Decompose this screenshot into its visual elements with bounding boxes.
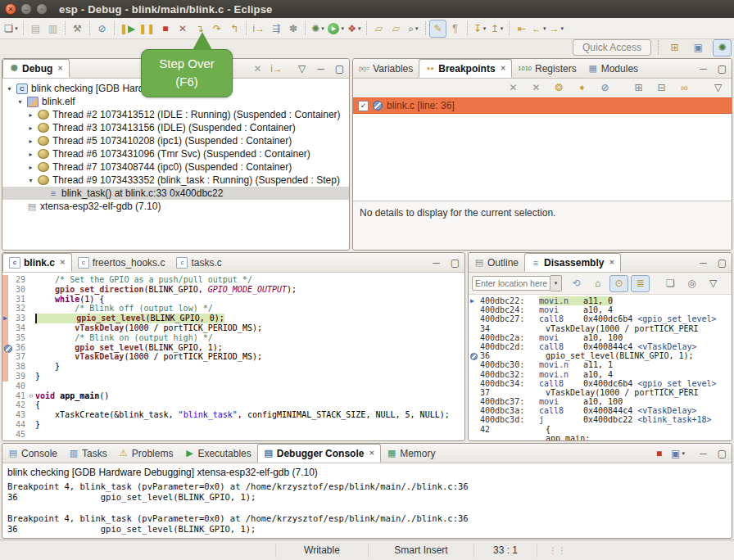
disassembly-row[interactable]: 400dbc37:movia10, 100 — [469, 397, 732, 406]
tab-problems[interactable]: ⚠Problems — [113, 444, 179, 463]
run-button[interactable]: ▶▾ — [326, 20, 346, 38]
show-whitespace-button[interactable]: ¶ — [446, 20, 464, 38]
tab-registers[interactable]: 1010Registers — [512, 59, 582, 78]
close-tab-icon[interactable]: ✕ — [609, 259, 614, 266]
expander-icon[interactable]: ▾ — [27, 177, 34, 184]
pin-view-icon[interactable]: ◎ — [682, 275, 701, 292]
expander-icon[interactable]: ▾ — [6, 85, 13, 93]
open-type-button[interactable]: ▱ — [370, 20, 387, 38]
fold-marker-icon[interactable]: ⊖ — [27, 391, 35, 401]
save-all-button[interactable]: ▥ — [44, 20, 61, 38]
editor-gutter[interactable]: 38 — [2, 362, 35, 372]
maximize-icon[interactable]: ▢ — [330, 60, 349, 77]
minimize-icon[interactable]: ─ — [694, 254, 713, 271]
tab-debug[interactable]: ✺Debug✕ — [2, 59, 70, 78]
debug-tree-item[interactable]: ▸Thread #6 1073431096 (Tmr Svc) (Suspend… — [2, 147, 349, 160]
disassembly-row[interactable]: 400dbc2d:call80x400844c4 <vTaskDelay> — [469, 342, 732, 351]
terminate-button[interactable]: ■ — [156, 20, 174, 38]
remove-all-breakpoints-icon[interactable]: ✕ — [527, 79, 546, 97]
editor-gutter[interactable]: 43 — [2, 410, 35, 420]
code-line[interactable]: 31 while(1) { — [2, 295, 464, 305]
editor-gutter[interactable]: 39 — [2, 372, 35, 382]
maximize-icon[interactable]: ▢ — [713, 254, 732, 271]
build-button[interactable]: ⚒ — [69, 20, 86, 38]
tab-variables[interactable]: (x)=Variables — [353, 59, 419, 78]
minimize-icon[interactable]: ─ — [694, 445, 713, 462]
close-tab-icon[interactable]: ✕ — [501, 65, 506, 72]
skip-all-breakpoints-icon[interactable]: ⊘ — [596, 79, 614, 97]
home-icon[interactable]: ⌂ — [588, 275, 607, 292]
code-line[interactable]: 35 /* Blink on (output high) */ — [2, 333, 464, 343]
instruction-stepping-button[interactable]: i→ — [250, 20, 267, 38]
location-dropdown-icon[interactable]: ▾ — [550, 275, 562, 291]
debug-tree-item[interactable]: ▸Thread #3 1073413156 (IDLE) (Suspended … — [2, 121, 349, 134]
disassembly-row[interactable]: 400dbc27:call80x400dc6b4 <gpio_set_level… — [469, 314, 732, 323]
step-return-button[interactable]: ↰ — [225, 20, 242, 38]
minimize-icon[interactable]: ─ — [427, 254, 446, 271]
code-line[interactable]: 32 /* Blink off (output low) */ — [2, 304, 464, 314]
show-source-icon[interactable]: ≣ — [631, 275, 650, 292]
expander-icon[interactable]: ▸ — [27, 111, 34, 119]
editor-gutter[interactable]: 30 — [2, 285, 35, 295]
close-tab-icon[interactable]: ✕ — [369, 449, 374, 457]
debug-tree-item[interactable]: ▤xtensa-esp32-elf-gdb (7.10) — [2, 200, 349, 213]
link-with-debug-view-icon[interactable]: ∞ — [675, 79, 694, 97]
code-line[interactable]: 41⊖void app_main() — [2, 391, 464, 401]
next-annotation-button[interactable]: ↧▾ — [471, 20, 488, 38]
view-menu-icon[interactable]: ▽ — [704, 275, 723, 292]
breakpoint-row[interactable]: ✓ blink.c [line: 36] — [353, 97, 732, 114]
tab-tasks[interactable]: ▥Tasks — [63, 444, 113, 463]
breakpoint-marker-icon[interactable] — [4, 345, 12, 353]
previous-annotation-button[interactable]: ↥▾ — [488, 20, 505, 38]
code-line[interactable]: 39} — [2, 372, 464, 382]
editor-gutter[interactable]: 33 — [2, 314, 35, 323]
external-tools-button[interactable]: ❖▾ — [346, 20, 363, 38]
tab-tasks-c[interactable]: ctasks.c — [170, 253, 227, 272]
disconnect-button[interactable]: ✕ — [174, 20, 191, 38]
disassembly-row[interactable]: 42{ — [469, 425, 732, 434]
remove-selected-breakpoints-icon[interactable]: ✕ — [504, 79, 523, 97]
refresh-icon[interactable]: ⟲ — [567, 275, 586, 292]
editor-gutter[interactable]: 34 — [2, 323, 35, 333]
expander-icon[interactable]: ▸ — [27, 138, 34, 145]
debug-button[interactable]: ✺▾ — [309, 20, 326, 38]
close-button[interactable]: ✕ — [5, 3, 16, 15]
back-button[interactable]: ←▾ — [530, 20, 548, 38]
disassembly-row[interactable]: ▶400dbc22:movi.na11, 0 — [469, 296, 732, 305]
remove-all-terminated-icon[interactable]: ✕ — [248, 60, 267, 77]
disassembly-row[interactable]: 400dbc30:movi.na11, 1 — [469, 360, 732, 369]
code-editor[interactable]: 29 /* Set the GPIO as a push/pull output… — [2, 273, 464, 440]
editor-gutter[interactable]: 42 — [2, 400, 35, 410]
display-selected-console-icon[interactable]: ▣▾ — [668, 445, 687, 462]
tab-memory[interactable]: ▦Memory — [381, 444, 441, 463]
tab-debugger-console[interactable]: ▤Debugger Console✕ — [257, 444, 381, 463]
forward-button[interactable]: →▾ — [547, 20, 565, 38]
minimize-button[interactable]: – — [20, 3, 32, 15]
close-tab-icon[interactable]: ✕ — [57, 65, 63, 72]
tab-modules[interactable]: ▦Modules — [582, 59, 644, 78]
last-edit-location-button[interactable]: ⇤ — [513, 20, 530, 38]
new-wizard-button[interactable]: ❏▾ — [2, 20, 20, 38]
new-view-icon[interactable]: ❏ — [661, 275, 680, 292]
debug-tree-item[interactable]: ▸Thread #7 1073408744 (ipc0) (Suspended … — [2, 160, 349, 174]
code-line[interactable]: 37 vTaskDelay(1000 / portTICK_PERIOD_MS)… — [2, 352, 464, 362]
disassembly-row[interactable]: 400dbc3d:j0x400dbc22 <blink_task+18> — [469, 415, 732, 424]
expander-icon[interactable]: ▸ — [27, 151, 34, 158]
use-step-filters-button[interactable]: ⇶ — [267, 20, 284, 38]
editor-gutter[interactable]: 32 — [2, 304, 35, 314]
disassembly-row[interactable]: 400dbc3a:call80x400844c4 <vTaskDelay> — [469, 406, 732, 415]
tab-console[interactable]: ▤Console — [2, 444, 63, 463]
tab-freertos-hooks-c[interactable]: cfreertos_hooks.c — [72, 253, 171, 272]
maximize-icon[interactable]: ▢ — [446, 254, 464, 271]
editor-gutter[interactable]: 31 — [2, 295, 35, 305]
code-line[interactable]: 34 vTaskDelay(1000 / portTICK_PERIOD_MS)… — [2, 323, 464, 333]
editor-gutter[interactable]: 45 — [2, 430, 35, 440]
tab-disassembly[interactable]: ≡Disassembly✕ — [524, 253, 621, 272]
maximize-button[interactable]: ▫ — [36, 3, 48, 15]
skip-all-breakpoints-button[interactable]: ⊘ — [93, 20, 111, 38]
debug-perspective-button[interactable]: ✺ — [713, 39, 732, 56]
maximize-icon[interactable]: ▢ — [713, 445, 732, 462]
minimize-icon[interactable]: ─ — [694, 60, 713, 77]
resume-button[interactable]: ❚▶ — [118, 20, 137, 38]
tab-outline[interactable]: ▤Outline — [469, 253, 524, 272]
